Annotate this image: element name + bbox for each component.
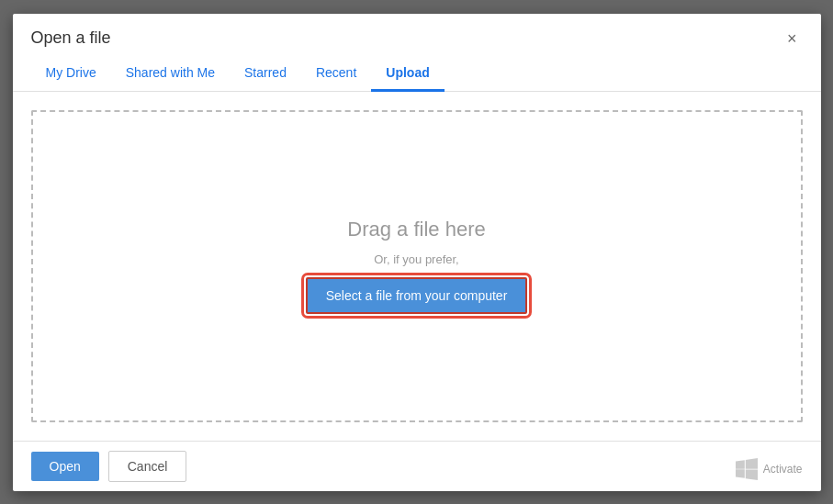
- open-file-dialog: Open a file × My Drive Shared with Me St…: [13, 14, 821, 491]
- tab-my-drive[interactable]: My Drive: [31, 56, 111, 92]
- dialog-body: Drag a file here Or, if you prefer, Sele…: [13, 92, 821, 441]
- dialog-footer: Open Cancel Activate: [13, 441, 821, 491]
- windows-logo-icon: [736, 458, 758, 480]
- activate-label: Activate: [763, 463, 803, 476]
- tab-recent[interactable]: Recent: [301, 56, 371, 92]
- select-file-button[interactable]: Select a file from your computer: [306, 277, 528, 314]
- tab-upload[interactable]: Upload: [371, 56, 444, 92]
- cancel-button[interactable]: Cancel: [108, 451, 187, 482]
- open-button[interactable]: Open: [31, 452, 99, 481]
- or-text: Or, if you prefer,: [374, 252, 459, 266]
- tab-bar: My Drive Shared with Me Starred Recent U…: [13, 56, 821, 92]
- close-button[interactable]: ×: [782, 28, 803, 49]
- tab-starred[interactable]: Starred: [230, 56, 301, 92]
- tab-shared-with-me[interactable]: Shared with Me: [111, 56, 230, 92]
- drop-zone[interactable]: Drag a file here Or, if you prefer, Sele…: [31, 110, 803, 422]
- dialog-title: Open a file: [31, 28, 111, 48]
- activate-area: Activate: [736, 458, 803, 480]
- dialog-header: Open a file ×: [13, 14, 821, 49]
- drag-text: Drag a file here: [347, 218, 485, 241]
